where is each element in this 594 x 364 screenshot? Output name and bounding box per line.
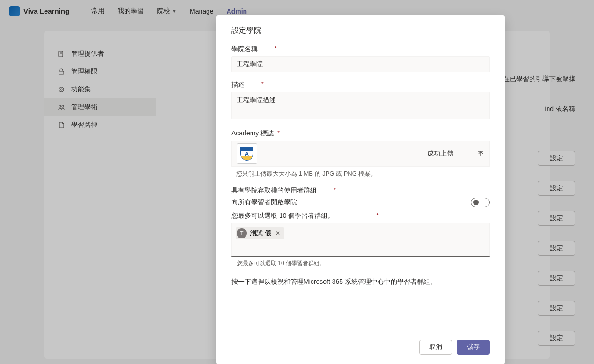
desc-label-text: 描述 (231, 81, 245, 88)
logo-label: Academy 標誌* (231, 129, 490, 138)
groups-label: 具有學院存取權的使用者群組* (231, 186, 490, 195)
toggle-row: 向所有學習者開啟學院 (231, 198, 490, 207)
required-asterisk: * (277, 130, 280, 136)
groups-label-text: 具有學院存取權的使用者群組 (231, 186, 317, 194)
desc-group: 描述* (231, 81, 490, 121)
required-asterisk: * (261, 81, 264, 88)
group-picker[interactable]: T 測試 儀 ✕ (231, 223, 490, 257)
logo-label-text: Academy 標誌 (231, 129, 274, 137)
logo-row: 成功上傳 (231, 141, 490, 167)
name-group: 學院名稱* (231, 45, 490, 72)
upload-status: 成功上傳 (427, 149, 453, 158)
groups-sublabel: 您最多可以選取 10 個學習者群組。* (231, 212, 490, 220)
desc-input[interactable] (231, 92, 490, 119)
cancel-button[interactable]: 取消 (419, 340, 452, 355)
modal-footer: 取消 儲存 (231, 331, 490, 355)
groups-sublabel-text: 您最多可以選取 10 個學習者群組。 (231, 212, 334, 219)
logo-preview (237, 143, 257, 164)
desc-label: 描述* (231, 81, 490, 89)
toggle-label: 向所有學習者開啟學院 (231, 198, 297, 207)
chip-avatar: T (237, 228, 247, 238)
open-to-all-toggle[interactable] (471, 198, 490, 207)
name-input[interactable] (231, 56, 490, 72)
toggle-knob (473, 200, 479, 205)
logo-group: Academy 標誌* 成功上傳 您只能上傳最大大小為 1 MB 的 JPG 或… (231, 129, 490, 178)
save-button[interactable]: 儲存 (457, 340, 490, 355)
required-asterisk: * (275, 45, 277, 52)
admin-center-link[interactable]: 按一下這裡以檢視和管理Microsoft 365 系統管理中心中的學習者群組。 (231, 278, 490, 286)
upload-icon[interactable] (477, 150, 484, 157)
modal-title: 設定學院 (231, 26, 490, 36)
group-chip: T 測試 儀 ✕ (236, 227, 284, 239)
chip-label: 測試 儀 (250, 229, 271, 238)
required-asterisk: * (334, 187, 336, 193)
groups-group: 具有學院存取權的使用者群組* 向所有學習者開啟學院 您最多可以選取 10 個學習… (231, 186, 490, 267)
groups-hint: 您最多可以選取 10 個學習者群組。 (231, 260, 490, 267)
required-asterisk: * (376, 212, 379, 219)
name-label-text: 學院名稱 (231, 45, 258, 52)
shield-icon (240, 147, 253, 161)
upload-helper: 您只能上傳最大大小為 1 MB 的 JPG 或 PNG 檔案。 (231, 170, 490, 178)
name-label: 學院名稱* (231, 45, 490, 53)
academy-modal: 設定學院 學院名稱* 描述* Academy 標誌* 成功上傳 您只能上傳最大大… (216, 15, 505, 364)
chip-remove-icon[interactable]: ✕ (274, 230, 282, 237)
